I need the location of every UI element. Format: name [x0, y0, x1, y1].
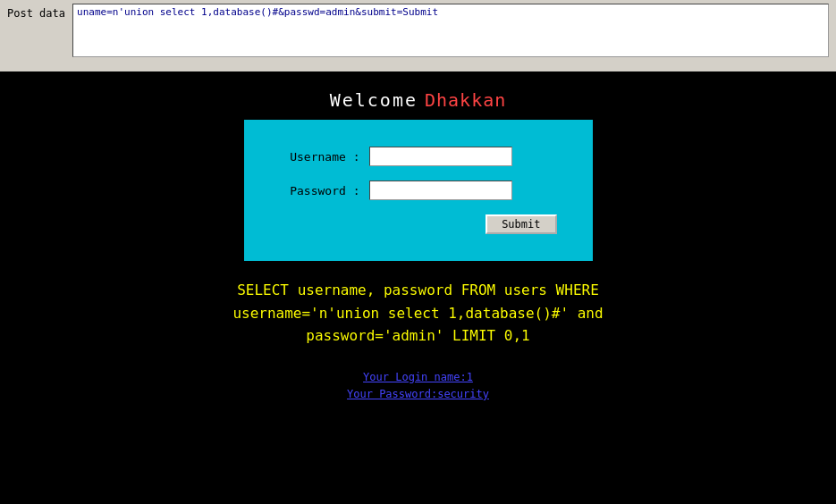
- password-input[interactable]: [369, 181, 512, 200]
- password-label: Password :: [280, 184, 360, 197]
- login-password-line: Your Password:security: [347, 386, 489, 403]
- username-row: Username :: [280, 147, 557, 166]
- login-result: Your Login name:1 Your Password:security: [347, 369, 489, 403]
- username-label: Username :: [280, 150, 360, 164]
- post-data-input: uname=n'union select 1,database()#&passw…: [72, 4, 829, 57]
- submit-row: Submit: [280, 214, 557, 234]
- sql-query-text: SELECT username, password FROM users WHE…: [232, 281, 603, 344]
- username-display: Dhakkan: [425, 89, 506, 111]
- password-row: Password :: [280, 181, 557, 200]
- welcome-text: Welcome: [330, 89, 418, 111]
- login-name-line: Your Login name:1: [347, 369, 489, 386]
- main-content: Welcome Dhakkan Username : Password : Su…: [0, 71, 836, 504]
- post-data-value: uname=n'union select 1,database()#&passw…: [77, 6, 438, 18]
- top-bar: Post data uname=n'union select 1,databas…: [0, 0, 836, 71]
- login-panel: Username : Password : Submit: [244, 120, 593, 261]
- welcome-row: Welcome Dhakkan: [330, 89, 507, 111]
- submit-button[interactable]: Submit: [486, 214, 556, 234]
- sql-query-display: SELECT username, password FROM users WHE…: [197, 279, 638, 348]
- post-data-label: Post data: [7, 7, 65, 20]
- username-input[interactable]: [369, 147, 512, 166]
